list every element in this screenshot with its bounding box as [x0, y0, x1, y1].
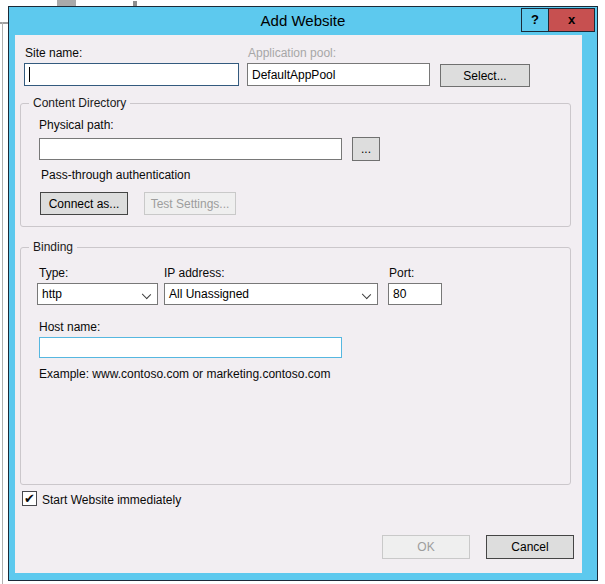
application-pool-input[interactable] — [247, 63, 430, 86]
port-label: Port: — [389, 266, 414, 280]
add-website-dialog: Add Website ? x Site name: Application p… — [8, 6, 598, 581]
test-settings-button[interactable]: Test Settings... — [144, 192, 236, 215]
chevron-down-icon — [362, 290, 371, 299]
binding-type-value: http — [42, 287, 62, 301]
binding-group: Binding Type: http IP address: All Unass… — [20, 247, 571, 485]
start-website-checkbox-label[interactable]: Start Website immediately — [42, 493, 181, 507]
text-caret — [29, 67, 30, 82]
passthrough-auth-label: Pass-through authentication — [41, 168, 190, 182]
start-website-checkbox[interactable]: ✔ — [22, 491, 37, 506]
browse-physical-path-button[interactable]: ... — [352, 137, 380, 161]
ip-address-value: All Unassigned — [169, 287, 249, 301]
dialog-titlebar[interactable]: Add Website ? x — [9, 7, 597, 35]
application-pool-label: Application pool: — [248, 46, 336, 60]
titlebar-buttons: ? x — [521, 8, 595, 32]
binding-type-select[interactable]: http — [37, 283, 158, 305]
close-button[interactable]: x — [548, 8, 595, 32]
background-window-edge — [2, 22, 3, 584]
physical-path-input[interactable] — [39, 138, 342, 160]
host-name-input[interactable] — [39, 337, 342, 358]
select-app-pool-button[interactable]: Select... — [440, 64, 530, 87]
chevron-down-icon — [142, 290, 151, 299]
ip-address-select[interactable]: All Unassigned — [164, 283, 378, 305]
ip-address-label: IP address: — [164, 266, 224, 280]
help-button[interactable]: ? — [521, 8, 549, 32]
content-directory-legend: Content Directory — [29, 96, 130, 110]
cancel-button[interactable]: Cancel — [486, 535, 574, 559]
site-name-label: Site name: — [25, 46, 82, 60]
host-name-label: Host name: — [39, 320, 100, 334]
physical-path-label: Physical path: — [39, 118, 114, 132]
connect-as-button[interactable]: Connect as... — [40, 192, 128, 215]
host-name-example-text: Example: www.contoso.com or marketing.co… — [39, 367, 330, 381]
port-input[interactable] — [388, 283, 442, 305]
binding-legend: Binding — [29, 240, 77, 254]
screen: Add Website ? x Site name: Application p… — [0, 0, 605, 584]
content-directory-group: Content Directory Physical path: ... Pas… — [20, 103, 571, 227]
ok-button[interactable]: OK — [382, 535, 470, 559]
dialog-title: Add Website — [9, 7, 597, 34]
site-name-input[interactable] — [24, 63, 239, 86]
binding-type-label: Type: — [39, 266, 68, 280]
dialog-body: Site name: Application pool: Select... C… — [15, 35, 582, 573]
